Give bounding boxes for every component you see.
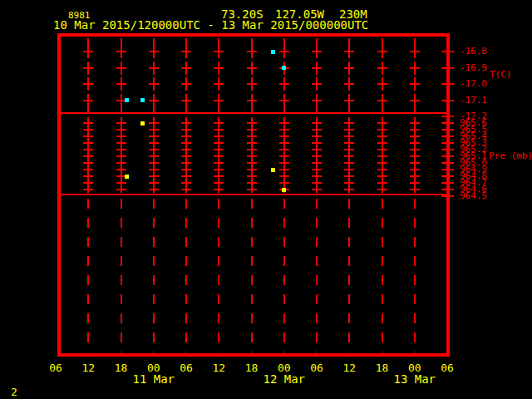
- pressure-grid-rung: [247, 142, 257, 144]
- temperature-tick-label: -16.9: [456, 64, 487, 72]
- pressure-grid-rung: [312, 129, 322, 131]
- date-label: 13 Mar: [393, 373, 436, 385]
- data-point-temperature: [282, 66, 286, 70]
- grid-column-lead-dash: [316, 106, 318, 112]
- pressure-grid-rung: [116, 162, 126, 164]
- pressure-grid-rung: [214, 142, 224, 144]
- pressure-grid-rung: [83, 175, 93, 177]
- temp-grid-tick-crossbar: [377, 51, 387, 52]
- right-axis-tick: [441, 155, 454, 157]
- grid-column-lead-dash: [251, 38, 253, 45]
- pressure-grid-rung: [247, 175, 257, 177]
- temp-grid-tick-crossbar: [279, 83, 289, 85]
- grid-column-lead-dash: [121, 38, 122, 45]
- pressure-grid-rung: [83, 149, 93, 150]
- pressure-grid-rung: [214, 189, 224, 190]
- right-axis-tick: [441, 195, 454, 197]
- right-axis-tick: [441, 162, 454, 164]
- temp-grid-tick-crossbar: [83, 83, 93, 85]
- lower-grid-dashed-line: [185, 199, 187, 352]
- pressure-grid-rung: [149, 162, 159, 164]
- temp-grid-tick-crossbar: [149, 51, 159, 52]
- pressure-grid-rung: [181, 149, 191, 150]
- temp-grid-tick-crossbar: [377, 83, 387, 85]
- pressure-grid-rung: [344, 135, 354, 137]
- pressure-grid-rung: [312, 175, 322, 177]
- pressure-grid-rung: [181, 155, 191, 157]
- pressure-grid-rung: [279, 149, 289, 150]
- grid-column-lead-dash: [382, 38, 383, 45]
- right-axis-tick: [441, 51, 454, 52]
- pressure-grid-rung: [247, 182, 257, 184]
- pressure-grid-rung: [181, 182, 191, 184]
- lower-grid-dashed-line: [121, 199, 122, 352]
- plot-layer: -16.8-16.9-17.0-17.1-17.2965.6965.5965.4…: [0, 0, 532, 399]
- pressure-grid-rung: [214, 182, 224, 184]
- temp-grid-tick-crossbar: [181, 100, 191, 101]
- right-axis-tick: [441, 182, 454, 184]
- plot-page: 8981 73.20S 127.05W 230M 10 Mar 2015/120…: [0, 0, 532, 399]
- temp-grid-tick-crossbar: [344, 100, 354, 101]
- temp-grid-tick-crossbar: [83, 67, 93, 69]
- pressure-grid-rung: [83, 155, 93, 157]
- temp-grid-tick-crossbar: [279, 100, 289, 101]
- pressure-grid-rung: [344, 182, 354, 184]
- pressure-grid-rung: [344, 169, 354, 170]
- pressure-tick-label: 964.5: [456, 192, 487, 200]
- date-label: 12 Mar: [263, 373, 305, 385]
- pressure-grid-rung: [312, 169, 322, 170]
- data-point-temperature: [271, 50, 275, 54]
- pressure-grid-rung: [312, 155, 322, 157]
- pressure-grid-rung: [410, 155, 420, 157]
- pressure-grid-rung: [279, 135, 289, 137]
- grid-column-lead-dash: [382, 106, 383, 112]
- pressure-grid-rung: [344, 189, 354, 190]
- grid-column-lead-dash: [414, 106, 416, 112]
- pressure-grid-rung: [214, 129, 224, 131]
- right-axis-tick: [441, 189, 454, 190]
- pressure-grid-rung: [214, 175, 224, 177]
- hour-tick-label: 18: [115, 363, 128, 373]
- pressure-grid-rung: [247, 169, 257, 170]
- grid-column-lead-dash: [185, 106, 187, 112]
- grid-column-lead-dash: [251, 106, 253, 112]
- grid-column-lead-dash: [283, 38, 285, 45]
- pressure-grid-rung: [377, 122, 387, 124]
- temp-grid-tick-crossbar: [247, 67, 257, 69]
- pressure-grid-rung: [214, 162, 224, 164]
- pressure-grid-rung: [377, 169, 387, 170]
- pressure-grid-rung: [181, 162, 191, 164]
- temp-grid-tick-crossbar: [410, 51, 420, 52]
- temp-grid-tick-crossbar: [214, 100, 224, 101]
- temp-grid-tick-crossbar: [149, 83, 159, 85]
- pressure-grid-rung: [149, 135, 159, 137]
- temp-grid-tick-crossbar: [312, 51, 322, 52]
- pressure-grid-rung: [377, 182, 387, 184]
- pressure-grid-rung: [377, 155, 387, 157]
- grid-column-lead-dash: [348, 38, 350, 45]
- pressure-grid-rung: [247, 122, 257, 124]
- hour-tick-label: 18: [376, 363, 389, 373]
- pressure-grid-rung: [116, 182, 126, 184]
- pressure-grid-rung: [344, 129, 354, 131]
- temperature-tick-label: -17.0: [456, 80, 487, 88]
- pressure-grid-rung: [116, 189, 126, 190]
- pressure-grid-rung: [344, 162, 354, 164]
- grid-column-lead-dash: [121, 106, 122, 112]
- pressure-grid-rung: [214, 135, 224, 137]
- pressure-grid-rung: [149, 155, 159, 157]
- pressure-grid-rung: [410, 129, 420, 131]
- lower-grid-dashed-line: [283, 199, 285, 352]
- pressure-grid-rung: [410, 149, 420, 150]
- pressure-unit-label: Pre (mb): [489, 152, 532, 160]
- pressure-grid-rung: [279, 155, 289, 157]
- temp-grid-tick-crossbar: [344, 51, 354, 52]
- temp-grid-tick-crossbar: [214, 83, 224, 85]
- hour-tick-label: 12: [81, 363, 95, 373]
- grid-column-lead-dash: [87, 38, 89, 45]
- data-point-pressure: [282, 188, 286, 192]
- pressure-grid-rung: [247, 129, 257, 131]
- pressure-grid-rung: [279, 142, 289, 144]
- temp-grid-tick-crossbar: [83, 100, 93, 101]
- pressure-grid-rung: [83, 182, 93, 184]
